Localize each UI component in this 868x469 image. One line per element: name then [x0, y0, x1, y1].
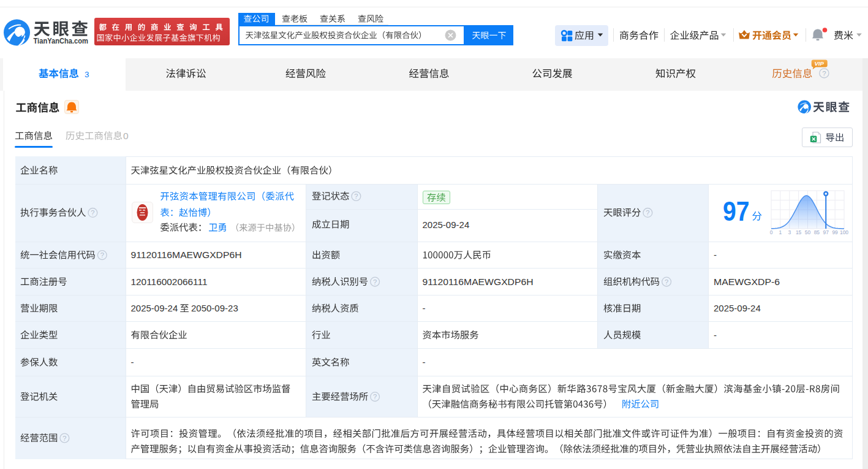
- svg-text:100: 100: [840, 229, 848, 235]
- svg-text:3: 3: [85, 70, 89, 79]
- svg-text:-: -: [714, 330, 717, 340]
- svg-text:85: 85: [814, 229, 820, 235]
- svg-text:?: ?: [646, 209, 649, 216]
- svg-text:?: ?: [100, 251, 104, 259]
- svg-text:0: 0: [770, 229, 773, 235]
- svg-text:-: -: [131, 357, 134, 367]
- svg-text:?: ?: [373, 393, 377, 400]
- svg-text:?: ?: [373, 278, 377, 286]
- svg-text:97: 97: [723, 197, 750, 226]
- svg-text:-: -: [423, 357, 426, 367]
- svg-text:1: 1: [779, 229, 782, 235]
- svg-text:2025-09-24: 2025-09-24: [131, 303, 178, 313]
- svg-text:-: -: [714, 250, 717, 260]
- svg-text:50: 50: [805, 229, 811, 235]
- svg-text:3: 3: [788, 229, 791, 235]
- svg-text:2050-09-23: 2050-09-23: [191, 303, 238, 313]
- svg-text:99: 99: [832, 229, 838, 235]
- svg-text:VIP: VIP: [815, 60, 825, 67]
- svg-text:-: -: [423, 303, 426, 313]
- svg-text:?: ?: [822, 70, 826, 77]
- svg-text:?: ?: [354, 193, 358, 200]
- svg-text:0: 0: [123, 131, 129, 141]
- svg-text:91120116MAEWGXDP6H: 91120116MAEWGXDP6H: [131, 250, 242, 260]
- svg-text:TianYanCha.com: TianYanCha.com: [34, 37, 89, 45]
- svg-text:MAEWGXDP-6: MAEWGXDP-6: [714, 276, 780, 287]
- svg-text:2025-09-24: 2025-09-24: [714, 303, 761, 313]
- svg-text:?: ?: [665, 278, 668, 286]
- svg-text:15: 15: [796, 229, 802, 235]
- svg-text:91120116MAEWGXDP6H: 91120116MAEWGXDP6H: [423, 276, 534, 287]
- svg-text:97: 97: [823, 229, 829, 235]
- svg-text:?: ?: [62, 435, 66, 442]
- svg-text:120116002066111: 120116002066111: [131, 276, 208, 287]
- svg-text:2025-09-24: 2025-09-24: [423, 219, 470, 230]
- svg-text:?: ?: [91, 209, 94, 216]
